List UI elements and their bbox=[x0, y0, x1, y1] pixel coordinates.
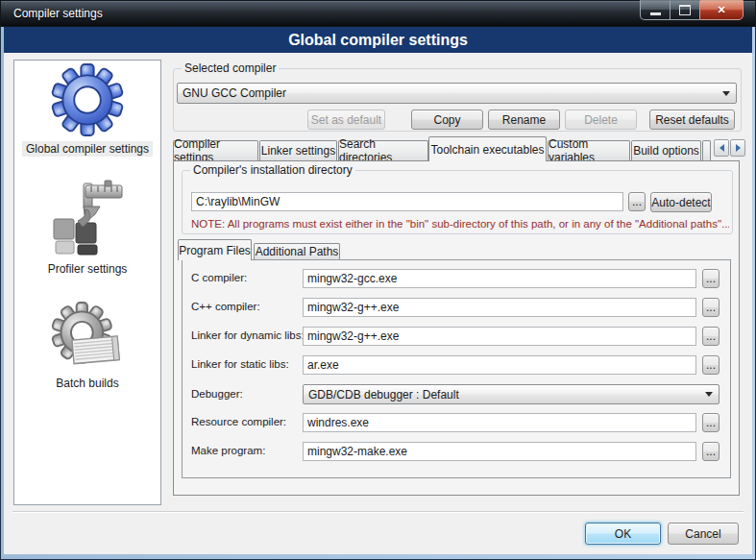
maximize-button[interactable] bbox=[671, 0, 699, 20]
cpp-compiler-browse-button[interactable]: ... bbox=[702, 298, 719, 317]
caliper-cubes-icon bbox=[49, 178, 126, 256]
debugger-label: Debugger: bbox=[191, 388, 243, 400]
maximize-icon bbox=[679, 5, 691, 15]
subtab-additional-paths[interactable]: Additional Paths bbox=[254, 243, 340, 259]
dialog-content: Global compiler settings bbox=[4, 53, 752, 554]
tab-partial[interactable] bbox=[702, 140, 711, 160]
resource-compiler-label: Resource compiler: bbox=[191, 416, 286, 427]
compiler-select-value: GNU GCC Compiler bbox=[183, 86, 286, 100]
installation-directory-label: Compiler's installation directory bbox=[190, 163, 355, 177]
note-text: NOTE: All programs must exist either in … bbox=[191, 218, 729, 230]
set-as-default-button[interactable]: Set as default bbox=[307, 110, 385, 130]
linker-dynamic-browse-button[interactable]: ... bbox=[702, 327, 719, 346]
linker-dynamic-label: Linker for dynamic libs: bbox=[191, 329, 305, 341]
c-compiler-label: C compiler: bbox=[191, 272, 247, 283]
ok-button[interactable]: OK bbox=[585, 523, 661, 545]
arrow-right-icon bbox=[736, 144, 741, 152]
selected-compiler-group: Selected compiler GNU GCC Compiler Set a… bbox=[173, 68, 742, 132]
make-program-browse-button[interactable]: ... bbox=[702, 442, 719, 461]
titlebar[interactable]: Compiler settings ✕ bbox=[0, 0, 756, 27]
subtab-program-files[interactable]: Program Files bbox=[178, 239, 252, 260]
chevron-down-icon bbox=[705, 392, 713, 397]
make-program-field[interactable] bbox=[303, 442, 696, 461]
linker-static-browse-button[interactable]: ... bbox=[702, 355, 719, 375]
minimize-button[interactable] bbox=[640, 0, 671, 20]
tab-custom-variables[interactable]: Custom variables bbox=[548, 140, 630, 160]
linker-dynamic-field[interactable] bbox=[303, 327, 696, 346]
installation-directory-group: Compiler's installation directory ... Au… bbox=[182, 170, 733, 234]
window-title: Compiler settings bbox=[13, 0, 103, 27]
delete-button[interactable]: Delete bbox=[565, 110, 637, 130]
cpp-compiler-label: C++ compiler: bbox=[191, 301, 260, 312]
page-title: Global compiler settings bbox=[288, 32, 468, 49]
resource-compiler-field[interactable] bbox=[303, 413, 696, 432]
installation-directory-field[interactable] bbox=[191, 192, 623, 211]
window-controls: ✕ bbox=[640, 0, 744, 20]
c-compiler-field[interactable] bbox=[303, 269, 696, 288]
arrow-left-icon bbox=[719, 144, 724, 152]
tab-build-options[interactable]: Build options bbox=[631, 140, 701, 160]
page-header: Global compiler settings bbox=[4, 27, 752, 53]
reset-defaults-button[interactable]: Reset defaults bbox=[649, 110, 735, 130]
selected-compiler-label: Selected compiler bbox=[182, 61, 279, 75]
gray-gear-papers-icon bbox=[51, 302, 124, 371]
sidebar-item-global-compiler-settings[interactable]: Global compiler settings bbox=[22, 63, 153, 157]
footer-divider bbox=[12, 511, 744, 513]
sidebar-item-batch-builds[interactable]: Batch builds bbox=[51, 302, 124, 391]
resource-compiler-browse-button[interactable]: ... bbox=[702, 413, 719, 432]
cancel-button[interactable]: Cancel bbox=[668, 523, 739, 545]
sidebar-item-label: Profiler settings bbox=[44, 261, 132, 277]
chevron-down-icon bbox=[722, 91, 730, 96]
tab-linker-settings[interactable]: Linker settings bbox=[259, 140, 337, 160]
settings-category-sidebar: Global compiler settings bbox=[13, 60, 161, 505]
blue-gear-icon bbox=[51, 63, 124, 136]
tab-search-directories[interactable]: Search directories bbox=[338, 140, 428, 160]
linker-static-label: Linker for static libs: bbox=[191, 358, 289, 370]
rename-button[interactable]: Rename bbox=[488, 110, 560, 130]
program-files-panel: C compiler: ... C++ compiler: ... Linker… bbox=[182, 259, 731, 478]
sidebar-item-profiler-settings[interactable]: Profiler settings bbox=[44, 178, 132, 277]
main-panel: Selected compiler GNU GCC Compiler Set a… bbox=[168, 62, 746, 497]
cpp-compiler-field[interactable] bbox=[303, 298, 696, 317]
compiler-select[interactable]: GNU GCC Compiler bbox=[177, 83, 737, 104]
debugger-select[interactable]: GDB/CDB debugger : Default bbox=[303, 384, 719, 404]
close-icon: ✕ bbox=[717, 4, 725, 16]
toolchain-executables-panel: Compiler's installation directory ... Au… bbox=[173, 160, 740, 496]
compiler-settings-dialog: Compiler settings ✕ Global compiler sett… bbox=[0, 0, 756, 560]
minimize-icon bbox=[650, 12, 661, 15]
auto-detect-button[interactable]: Auto-detect bbox=[650, 192, 712, 212]
copy-button[interactable]: Copy bbox=[411, 110, 483, 130]
linker-static-field[interactable] bbox=[303, 355, 696, 375]
tab-scroll-left-button[interactable] bbox=[714, 139, 729, 157]
tab-toolchain-executables[interactable]: Toolchain executables bbox=[428, 136, 547, 161]
sidebar-item-label: Global compiler settings bbox=[22, 141, 153, 157]
c-compiler-browse-button[interactable]: ... bbox=[702, 269, 719, 288]
make-program-label: Make program: bbox=[191, 445, 265, 456]
browse-directory-button[interactable]: ... bbox=[628, 192, 646, 211]
tab-scroll-right-button[interactable] bbox=[730, 139, 745, 157]
sidebar-item-label: Batch builds bbox=[52, 376, 122, 391]
debugger-select-value: GDB/CDB debugger : Default bbox=[308, 388, 459, 402]
close-button[interactable]: ✕ bbox=[699, 0, 744, 20]
tab-compiler-settings[interactable]: Compiler settings bbox=[173, 140, 258, 160]
